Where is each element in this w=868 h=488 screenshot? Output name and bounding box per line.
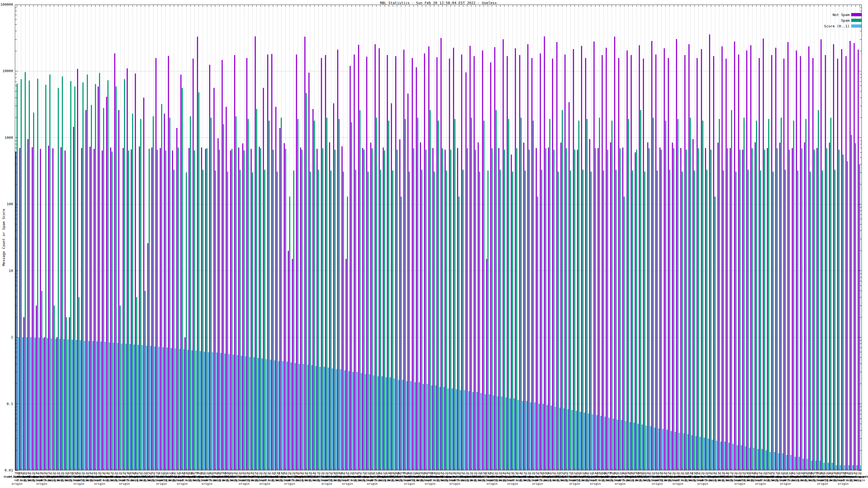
bar-spam — [636, 150, 637, 470]
x-tick-bottom — [170, 468, 170, 470]
bar-spam — [438, 121, 439, 470]
legend-swatch-score — [851, 24, 862, 28]
bar-spam — [624, 197, 625, 470]
x-tick-bottom — [541, 468, 542, 470]
y-tick-minor-right — [860, 77, 862, 78]
bar-spam — [384, 151, 385, 470]
bar-not-spam — [86, 110, 87, 470]
x-tick-bottom — [595, 468, 595, 470]
x-tick-top — [91, 5, 91, 7]
y-tick-minor-left — [15, 152, 17, 153]
x-tick-bottom — [33, 468, 34, 470]
x-tick-bottom — [831, 468, 831, 470]
bar-not-spam — [647, 142, 648, 470]
x-tick-top — [599, 5, 599, 7]
y-tick-minor-right — [860, 39, 862, 40]
bar-not-spam — [69, 317, 70, 470]
bar-not-spam — [622, 148, 623, 470]
bar-spam — [54, 305, 55, 470]
x-tick-bottom — [769, 468, 769, 470]
bar-spam — [492, 148, 493, 470]
bar-not-spam — [255, 36, 256, 470]
bar-not-spam — [713, 56, 714, 470]
bar-spam — [405, 119, 406, 470]
bar-not-spam — [300, 148, 301, 470]
x-tick-top — [451, 5, 451, 7]
x-tick-top — [479, 5, 480, 7]
x-tick-bottom — [21, 468, 21, 470]
bar-spam — [355, 170, 356, 470]
x-tick-bottom — [153, 468, 154, 470]
y-tick-minor-left — [15, 372, 17, 372]
bar-not-spam — [783, 59, 784, 470]
x-tick-bottom — [608, 468, 608, 470]
bar-spam — [62, 76, 63, 470]
y-tick-label: 10 — [0, 269, 13, 272]
bar-not-spam — [155, 58, 156, 470]
x-tick-top — [368, 5, 368, 7]
bar-spam — [95, 84, 96, 470]
x-tick-top — [54, 5, 54, 7]
x-tick-bottom — [281, 468, 282, 470]
x-tick-bottom — [645, 468, 645, 470]
bar-not-spam — [779, 142, 780, 470]
x-tick-top — [504, 5, 504, 7]
x-tick-bottom — [442, 468, 443, 470]
bar-not-spam — [461, 55, 462, 470]
x-tick-top — [541, 5, 542, 7]
y-tick-minor-right — [860, 91, 862, 91]
bar-not-spam — [366, 57, 367, 470]
x-tick-top — [397, 5, 397, 7]
x-tick-top — [732, 5, 732, 7]
bar-not-spam — [296, 55, 297, 470]
y-tick-label: 1 — [0, 335, 13, 339]
x-tick-bottom — [475, 468, 476, 470]
bar-spam — [322, 148, 323, 470]
bar-spam — [376, 118, 377, 470]
y-tick-minor-right — [860, 352, 862, 352]
bar-not-spam — [651, 41, 652, 470]
bar-spam — [306, 93, 307, 470]
x-tick-top — [455, 5, 455, 7]
y-tick-label: 100000 — [0, 3, 13, 6]
bar-not-spam — [581, 46, 582, 470]
x-tick-bottom — [723, 468, 723, 470]
y-tick-minor-right — [860, 210, 862, 211]
y-axis-title: Message Count or Spam Score — [2, 209, 6, 266]
x-tick-top — [409, 5, 410, 7]
bar-not-spam — [61, 147, 62, 470]
x-tick-top — [851, 5, 851, 7]
bar-spam — [91, 105, 92, 470]
bar-spam — [744, 118, 745, 470]
bar-not-spam — [139, 147, 140, 470]
x-tick-top — [537, 5, 538, 7]
x-tick-top — [141, 5, 141, 7]
bar-spam — [558, 172, 559, 470]
bar-spam — [335, 150, 336, 470]
bar-not-spam — [164, 113, 165, 470]
y-tick-minor-left — [15, 215, 17, 215]
x-tick-top — [401, 5, 401, 7]
x-tick-bottom — [322, 468, 323, 470]
x-tick-top — [231, 5, 232, 7]
bar-not-spam — [763, 38, 764, 470]
bar-not-spam — [325, 55, 326, 470]
x-tick-top — [608, 5, 608, 7]
x-tick-bottom — [591, 468, 591, 470]
bar-not-spam — [23, 317, 24, 470]
bar-spam — [297, 119, 299, 470]
bar-spam — [289, 197, 290, 470]
x-tick-top — [670, 5, 670, 7]
x-tick-bottom — [748, 468, 748, 470]
x-tick-top — [442, 5, 443, 7]
x-tick-bottom — [397, 468, 397, 470]
x-tick-bottom — [145, 468, 145, 470]
x-tick-bottom — [347, 468, 347, 470]
x-tick-top — [723, 5, 723, 7]
bar-spam — [281, 118, 282, 470]
bar-not-spam — [127, 68, 128, 470]
bar-not-spam — [383, 148, 384, 470]
bar-spam — [484, 121, 485, 470]
y-tick-minor-right — [860, 31, 862, 31]
bar-spam — [694, 170, 695, 470]
